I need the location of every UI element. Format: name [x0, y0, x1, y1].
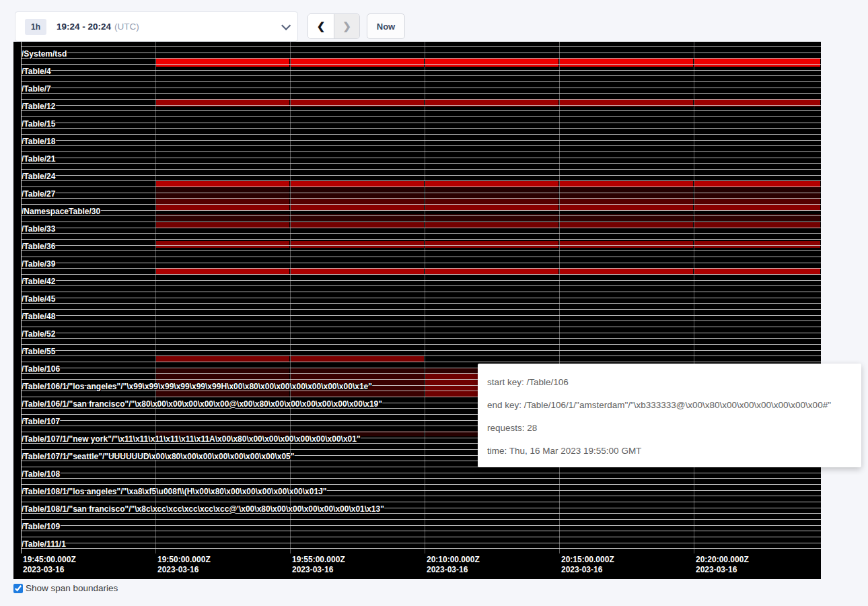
tick-time: 19:55:00.000Z: [292, 555, 345, 565]
span-boundary-line: [21, 321, 821, 321]
axis-tick: 20:15:00.000Z2023-03-16: [561, 555, 614, 575]
span-boundary-line: [21, 105, 821, 106]
span-boundary-line: [21, 263, 821, 263]
activity-band: [694, 241, 820, 248]
row-key-label: /Table/27: [22, 190, 55, 198]
axis-tick: 20:10:00.000Z2023-03-16: [427, 555, 480, 575]
tick-date: 2023-03-16: [427, 565, 480, 575]
span-boundary-line: [21, 88, 821, 88]
row-key-label: /Table/52: [22, 330, 55, 338]
span-boundary-line: [21, 187, 821, 187]
span-boundary-line: [21, 350, 821, 351]
now-button[interactable]: Now: [367, 13, 405, 39]
span-boundary-line: [21, 303, 821, 304]
row-key-label: /Table/107/1/"new york"/"\x11\x11\x11\x1…: [22, 435, 361, 443]
row-key-label: /Table/39: [22, 260, 55, 268]
activity-band: [291, 356, 424, 362]
tooltip-start-key: start key: /Table/106: [487, 370, 861, 393]
row-key-label: /Table/12: [22, 102, 55, 110]
span-boundary-line: [21, 257, 821, 257]
tick-time: 20:20:00.000Z: [696, 555, 749, 565]
tooltip-time: time: Thu, 16 Mar 2023 19:55:00 GMT: [487, 439, 861, 462]
activity-band: [156, 356, 289, 362]
range-text: 19:24 - 20:24: [57, 22, 111, 32]
span-boundary-line: [21, 198, 821, 199]
time-window-nav: ❮ ❯: [308, 13, 360, 39]
show-span-boundaries-checkbox[interactable]: [13, 584, 23, 593]
span-boundary-line: [21, 245, 821, 246]
tooltip-end-key: end key: /Table/106/1/"amsterdam"/"\xb33…: [487, 393, 861, 416]
span-boundary-line: [21, 228, 821, 228]
span-boundary-line: [21, 309, 821, 310]
span-boundary-line: [21, 64, 821, 65]
show-span-boundaries-row: Show span boundaries: [13, 583, 118, 593]
row-key-label: /Table/48: [22, 312, 55, 321]
span-boundary-line: [21, 152, 821, 152]
row-key-label: /Table/18: [22, 137, 55, 145]
row-key-label: /Table/21: [22, 155, 55, 163]
span-boundary-line: [21, 70, 821, 71]
span-boundary-line: [21, 315, 821, 316]
span-boundary-line: [21, 531, 821, 531]
span-boundary-line: [21, 140, 821, 141]
span-boundary-line: [21, 204, 821, 205]
span-boundary-line: [21, 502, 821, 502]
span-boundary-line: [21, 285, 821, 286]
key-visualizer-page: { "toolbar": { "range_badge": "1h", "ran…: [0, 0, 868, 606]
span-boundary-line: [21, 75, 821, 76]
tick-date: 2023-03-16: [157, 565, 211, 575]
span-boundary-line: [21, 239, 821, 240]
tick-date: 2023-03-16: [696, 565, 749, 575]
range-timezone: (UTC): [114, 22, 139, 32]
span-boundary-line: [21, 356, 821, 356]
previous-window-button[interactable]: ❮: [308, 14, 334, 38]
show-span-boundaries-label: Show span boundaries: [26, 583, 118, 593]
span-boundary-line: [21, 548, 821, 549]
next-window-button[interactable]: ❯: [334, 14, 359, 38]
row-key-label: /Table/108/1/"los angeles"/"\xa8\xf5\u00…: [22, 487, 327, 496]
span-boundary-line: [21, 250, 821, 251]
span-boundary-line: [21, 292, 821, 292]
row-key-label: /Table/106/1/"san francisco"/"\x80\x00\x…: [22, 400, 382, 408]
span-boundary-line: [21, 338, 821, 339]
span-boundary-line: [21, 280, 821, 281]
span-boundary-line: [21, 58, 821, 59]
activity-band: [291, 241, 424, 248]
row-key-label: /Table/111/1: [22, 540, 66, 548]
span-boundary-line: [21, 175, 821, 176]
row-key-label: /Table/45: [22, 295, 55, 303]
row-key-label: /Table/7: [22, 85, 51, 93]
span-boundary-line: [21, 116, 821, 117]
span-boundary-line: [21, 145, 821, 146]
span-boundary-line: [21, 163, 821, 164]
row-key-label: /Table/4: [22, 67, 51, 75]
span-boundary-line: [21, 298, 821, 298]
span-boundary-line: [21, 99, 821, 100]
time-range-selector[interactable]: 1h 19:24 - 20:24 (UTC): [15, 11, 298, 42]
span-boundary-line: [21, 215, 821, 216]
tick-date: 2023-03-16: [23, 565, 76, 575]
span-boundary-line: [21, 525, 821, 526]
row-key-label: /Table/109: [22, 523, 60, 531]
axis-tick: 19:50:00.000Z2023-03-16: [157, 555, 211, 575]
span-boundary-line: [21, 158, 821, 158]
span-boundary-line: [21, 537, 821, 537]
span-boundary-line: [21, 193, 821, 193]
row-key-label: /Table/36: [22, 242, 55, 250]
span-boundary-line: [21, 93, 821, 94]
tick-time: 19:45:00.000Z: [23, 555, 76, 565]
activity-band: [291, 59, 424, 67]
span-boundary-line: [21, 128, 821, 129]
key-visualizer-canvas[interactable]: /System/tsd/Table/4/Table/7/Table/12/Tab…: [13, 42, 821, 579]
activity-band: [156, 59, 289, 67]
row-key-label: /NamespaceTable/30: [22, 207, 100, 215]
row-key-label: /Table/55: [22, 347, 55, 356]
row-key-label: /Table/107/1/"seattle"/"UUUUUUD\x00\x80\…: [22, 452, 294, 461]
row-key-label: /System/tsd: [22, 50, 67, 58]
span-boundary-line: [21, 46, 821, 47]
span-boundary-line: [21, 484, 821, 485]
span-boundary-line: [21, 110, 821, 111]
axis-tick: 19:45:00.000Z2023-03-16: [23, 555, 76, 575]
span-boundary-line: [21, 327, 821, 327]
span-boundary-line: [21, 123, 821, 123]
